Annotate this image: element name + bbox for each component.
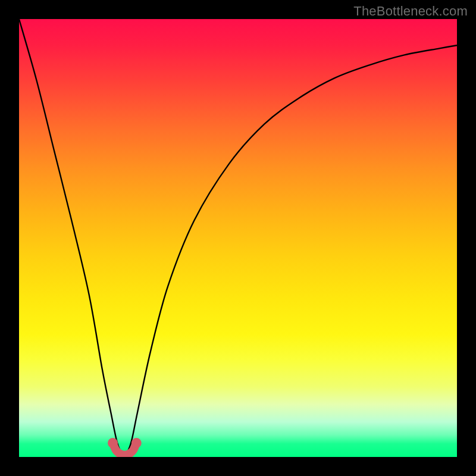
chart-frame: TheBottleneck.com [0, 0, 476, 476]
watermark-text: TheBottleneck.com [353, 4, 468, 19]
curve-svg [19, 19, 457, 457]
minimum-marker [108, 438, 142, 455]
svg-point-1 [131, 438, 142, 448]
bottleneck-curve [19, 19, 457, 455]
svg-point-0 [108, 438, 118, 448]
plot-area [19, 19, 457, 457]
